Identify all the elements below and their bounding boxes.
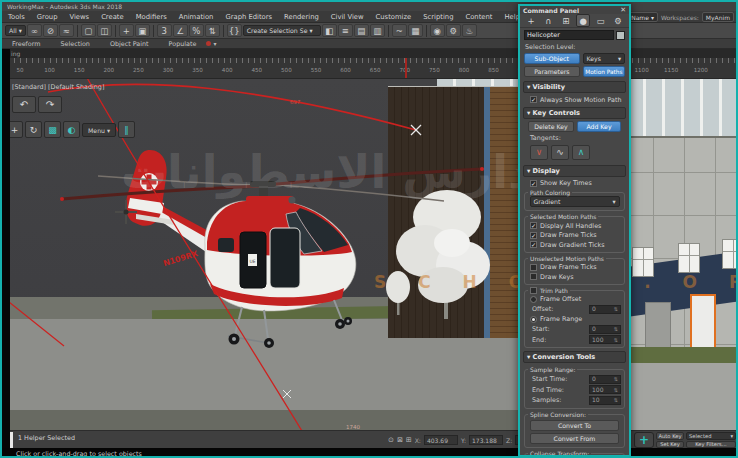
- path-coloring-dropdown[interactable]: Gradient▾: [530, 196, 620, 207]
- x-coordinate-field[interactable]: 403.69: [424, 435, 458, 445]
- menu-customize[interactable]: Customize: [370, 13, 418, 21]
- mirror-icon[interactable]: ◧: [322, 24, 337, 37]
- named-selection-sets-icon[interactable]: {}: [227, 24, 242, 37]
- redo-button[interactable]: ↷: [38, 96, 62, 113]
- undo-button[interactable]: ↶: [12, 96, 36, 113]
- material-editor-icon[interactable]: ◉: [430, 24, 445, 37]
- spinner-start-time-[interactable]: 0⇅: [589, 375, 621, 384]
- selection-filter-dropdown[interactable]: All ▾: [5, 25, 26, 36]
- menu-rendering[interactable]: Rendering: [278, 13, 325, 21]
- trim-path-checkbox[interactable]: [530, 287, 537, 294]
- close-icon[interactable]: ✕: [620, 6, 626, 14]
- select-and-link-icon[interactable]: ∞: [27, 24, 42, 37]
- populate-flyout[interactable]: ▾: [206, 40, 216, 47]
- rollout-key-controls[interactable]: ▾ Key Controls: [523, 107, 626, 119]
- snap-tool-button[interactable]: ▩: [44, 121, 61, 138]
- checkbox-draw-keys[interactable]: Draw Keys: [530, 273, 621, 281]
- parameters-button[interactable]: Parameters: [524, 66, 580, 77]
- frame-offset-radio[interactable]: Frame Offset: [530, 295, 621, 303]
- sub-object-button[interactable]: Sub-Object: [524, 53, 580, 64]
- menu-graph-editors[interactable]: Graph Editors: [219, 13, 278, 21]
- menu-modifiers[interactable]: Modifiers: [130, 13, 173, 21]
- align-icon[interactable]: ≡: [338, 24, 353, 37]
- add-key-quick-button[interactable]: +: [634, 432, 654, 448]
- key-filter-selected-dropdown[interactable]: Selected▾: [686, 432, 736, 440]
- selection-lock-icon[interactable]: ⊙: [388, 436, 394, 444]
- angle-snap-icon[interactable]: ∠: [173, 24, 188, 37]
- snaps-toggle-icon[interactable]: 3: [157, 24, 172, 37]
- rotate-tool-button[interactable]: ↻: [25, 121, 42, 138]
- window-crossing-icon[interactable]: ◫: [97, 24, 112, 37]
- end-spinner[interactable]: 100⇅: [589, 335, 621, 344]
- select-and-move-icon[interactable]: +: [119, 24, 134, 37]
- select-and-place-icon[interactable]: ▣: [135, 24, 150, 37]
- render-production-icon[interactable]: ♨: [462, 24, 477, 37]
- tangent-linear-icon[interactable]: ∧: [572, 145, 590, 160]
- status-splitter[interactable]: [10, 432, 13, 448]
- utilities-tab-icon[interactable]: ⚙: [611, 14, 625, 27]
- rollout-display[interactable]: ▾ Display: [523, 165, 626, 177]
- time-slider-marker[interactable]: [405, 58, 407, 78]
- offset-spinner[interactable]: 0⇅: [589, 305, 621, 314]
- menu-civil-view[interactable]: Civil View: [325, 13, 370, 21]
- grid-toggle-icon[interactable]: ⊞: [406, 436, 412, 444]
- schematic-view-icon[interactable]: ▦: [408, 24, 423, 37]
- menu-animation[interactable]: Animation: [173, 13, 220, 21]
- menu-create[interactable]: Create: [95, 13, 130, 21]
- add-key-button[interactable]: Add Key: [577, 121, 621, 132]
- y-coordinate-field[interactable]: 173.188: [469, 435, 503, 445]
- always-show-motion-path-checkbox[interactable]: ✓Always Show Motion Path: [530, 96, 629, 104]
- rollout-conversion-tools[interactable]: ▾ Conversion Tools: [523, 351, 626, 363]
- checkbox-display-all-handles[interactable]: ✓Display All Handles: [530, 222, 621, 230]
- motion-paths-button[interactable]: Motion Paths: [583, 66, 625, 77]
- ribbon-tab-object-paint[interactable]: Object Paint: [100, 40, 159, 48]
- checkbox-draw-gradient-ticks[interactable]: ✓Draw Gradient Ticks: [530, 241, 621, 249]
- menu-group[interactable]: Group: [31, 13, 64, 21]
- tangent-smooth-icon[interactable]: ∿: [551, 145, 569, 160]
- create-tab-icon[interactable]: +: [524, 14, 538, 27]
- menu-content[interactable]: Content: [459, 13, 498, 21]
- auto-key-button[interactable]: Auto Key: [656, 432, 684, 440]
- spinner-end-time-[interactable]: 100⇅: [589, 385, 621, 394]
- hangar-structure[interactable]: [388, 86, 522, 338]
- tangent-flip-icon[interactable]: ∨: [530, 145, 548, 160]
- render-setup-icon[interactable]: ⚙: [446, 24, 461, 37]
- ribbon-toggle-icon[interactable]: ▥: [370, 24, 385, 37]
- modify-tab-icon[interactable]: ∩: [541, 14, 555, 27]
- layer-explorer-icon[interactable]: ▤: [354, 24, 369, 37]
- object-name-field[interactable]: Helicopter: [524, 30, 614, 40]
- menu-scripting[interactable]: Scripting: [417, 13, 459, 21]
- frame-range-radio[interactable]: Frame Range: [530, 315, 621, 323]
- extra-tool-button[interactable]: ‖: [118, 121, 135, 138]
- key-filters-button[interactable]: Key Filters...: [686, 441, 736, 449]
- curve-editor-icon[interactable]: ~: [392, 24, 407, 37]
- motion-tab-icon[interactable]: ●: [576, 14, 590, 27]
- object-color-swatch[interactable]: [616, 31, 625, 40]
- percent-snap-icon[interactable]: %: [189, 24, 204, 37]
- set-key-button[interactable]: Set Key: [656, 441, 684, 449]
- checkbox-draw-frame-ticks[interactable]: Draw Frame Ticks: [530, 263, 621, 271]
- spinner-samples-[interactable]: 10⇅: [589, 396, 621, 405]
- create-selection-set-field[interactable]: Create Selection Se ▾: [243, 25, 321, 36]
- command-panel-header[interactable]: Command Panel ✕: [520, 6, 629, 14]
- menu-views[interactable]: Views: [63, 13, 95, 21]
- checkbox-draw-frame-ticks[interactable]: ✓Draw Frame Ticks: [530, 231, 621, 239]
- viewport-menu-dropdown[interactable]: Menu ▾: [82, 123, 116, 137]
- rect-selection-region-icon[interactable]: ▢: [81, 24, 96, 37]
- hierarchy-tab-icon[interactable]: ⊞: [559, 14, 573, 27]
- unlink-selection-icon[interactable]: ⊘: [43, 24, 58, 37]
- keys-dropdown[interactable]: Keys▾: [583, 53, 625, 64]
- spinner-snap-icon[interactable]: ⇅: [205, 24, 220, 37]
- ribbon-tab-populate[interactable]: Populate: [159, 40, 207, 48]
- selected-door-object[interactable]: [690, 294, 716, 350]
- display-tab-icon[interactable]: ▭: [594, 14, 608, 27]
- convert-from-button[interactable]: Convert From: [530, 433, 619, 444]
- viewport-shading-label[interactable]: [Standard] [Default Shading]: [12, 83, 104, 91]
- delete-key-button[interactable]: Delete Key: [528, 121, 574, 132]
- bind-to-space-warp-icon[interactable]: ≈: [59, 24, 74, 37]
- ribbon-tab-selection[interactable]: Selection: [50, 40, 99, 48]
- convert-to-button[interactable]: Convert To: [530, 420, 619, 431]
- show-key-times-checkbox[interactable]: ✓Show Key Times: [530, 179, 629, 187]
- rollout-visibility[interactable]: ▾ Visibility: [523, 81, 626, 93]
- material-tool-button[interactable]: ◐: [63, 121, 80, 138]
